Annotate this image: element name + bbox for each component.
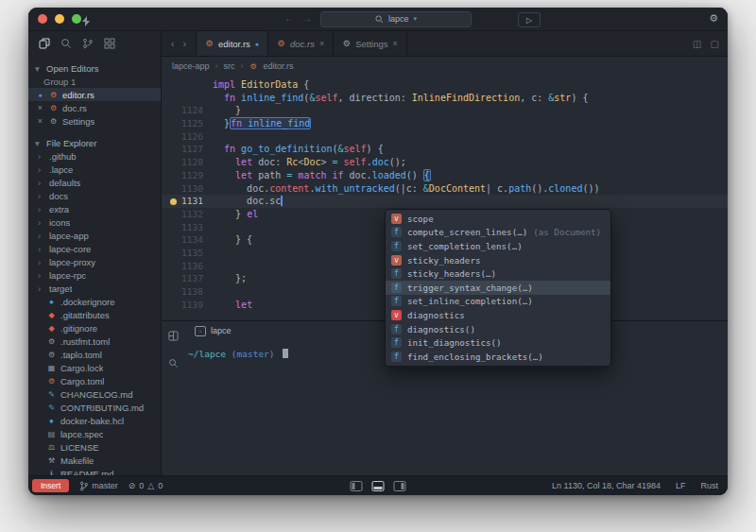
file-name: Makefile <box>60 455 94 466</box>
editor-menu-icon[interactable]: ▢ <box>711 39 719 49</box>
close-icon[interactable]: × <box>36 116 44 126</box>
file-item[interactable]: ●docker-bake.hcl <box>28 414 161 427</box>
file-explorer-header[interactable]: ▾ File Explorer <box>28 136 161 149</box>
completion-item[interactable]: fcompute_screen_lines(…)(as Document) <box>386 226 610 240</box>
code-token: match if <box>298 170 349 180</box>
file-item[interactable]: ◆.gitattributes <box>28 308 161 321</box>
cursor-position[interactable]: Ln 1130, Col 18, Char 41984 <box>552 481 661 490</box>
source-control-panel-icon[interactable] <box>82 38 94 49</box>
branch-indicator[interactable]: master <box>79 481 118 491</box>
folder-item[interactable]: ›lapce-rpc <box>28 268 161 282</box>
panel-search-icon[interactable] <box>168 355 179 372</box>
code-line[interactable]: 1124 } <box>162 104 728 117</box>
close-window-button[interactable] <box>38 14 47 24</box>
open-editor-item[interactable]: ×⚙Settings <box>28 114 161 128</box>
tab-editor.rs[interactable]: ⚙editor.rs● <box>196 31 268 56</box>
tab-Settings[interactable]: ⚙Settings× <box>334 31 407 56</box>
breadcrumb-item[interactable]: src <box>224 61 235 71</box>
problems-indicator[interactable]: ⊘ 0 △ 0 <box>129 481 163 490</box>
mode-badge[interactable]: Insert <box>32 479 69 492</box>
completion-item[interactable]: vsticky_headers <box>386 253 610 267</box>
file-item[interactable]: ▦Cargo.lock <box>28 361 161 374</box>
file-item[interactable]: ●.dockerignore <box>28 295 161 308</box>
plugins-panel-icon[interactable] <box>104 38 115 49</box>
settings-gear-icon[interactable]: ⚙ <box>709 12 718 25</box>
tab-doc.rs[interactable]: ⚙doc.rs× <box>268 31 334 56</box>
close-icon[interactable]: × <box>319 39 324 48</box>
folder-item[interactable]: ›lapce-app <box>28 229 161 242</box>
folder-item[interactable]: ›.github <box>28 149 161 163</box>
file-item[interactable]: ✎CHANGELOG.md <box>28 387 161 401</box>
completion-item[interactable]: fdiagnostics() <box>386 322 610 336</box>
folder-item[interactable]: ›docs <box>28 189 161 202</box>
code-line[interactable]: 1126 <box>162 130 728 144</box>
file-item[interactable]: ⚖LICENSE <box>28 440 161 454</box>
terminal-view-icon[interactable] <box>168 328 179 345</box>
zoom-window-button[interactable] <box>72 14 81 24</box>
file-item[interactable]: ⚙Cargo.toml <box>28 374 161 387</box>
minimize-window-button[interactable] <box>55 14 64 24</box>
close-icon[interactable]: × <box>393 39 398 48</box>
code-line[interactable]: 1128 let doc: Rc<Doc> = self.doc(); <box>162 156 728 169</box>
titlebar[interactable]: ← → lapce ▾ ▷ ⚙ <box>28 8 728 31</box>
completion-item[interactable]: vdiagnostics <box>386 308 610 322</box>
navigate-forward-icon[interactable]: → <box>302 14 312 24</box>
completion-item[interactable]: fsticky_headers(…) <box>386 266 610 281</box>
line-ending[interactable]: LF <box>676 481 686 490</box>
previous-tab-icon[interactable]: ‹ <box>171 38 175 49</box>
code-line[interactable]: 1131 doc.sc <box>162 195 728 208</box>
breadcrumb-item[interactable]: editor.rs <box>264 61 294 71</box>
run-button[interactable]: ▷ <box>518 12 541 27</box>
workspace-search-button[interactable]: lapce ▾ <box>320 11 472 27</box>
toggle-left-panel-icon[interactable] <box>351 481 363 491</box>
open-editors-header[interactable]: ▾ Open Editors <box>28 61 161 75</box>
next-tab-icon[interactable]: › <box>183 38 187 49</box>
folder-item[interactable]: ›defaults <box>28 176 161 189</box>
code-line[interactable]: 1127 fn go_to_definition(&self) { <box>162 143 728 156</box>
mode-label: Insert <box>41 481 60 490</box>
breadcrumb-item[interactable]: lapce-app <box>172 61 210 71</box>
folder-item[interactable]: ›lapce-proxy <box>28 255 161 268</box>
folder-item[interactable]: ›target <box>28 282 161 295</box>
completion-item[interactable]: fset_inline_completion(…) <box>386 295 610 309</box>
folder-item[interactable]: ›icons <box>28 215 161 229</box>
search-panel-icon[interactable] <box>60 38 72 49</box>
code-line[interactable]: 1129 let path = match if doc.loaded() { <box>162 169 728 182</box>
breadcrumb[interactable]: lapce-app›src›⚙editor.rs <box>162 57 728 76</box>
folder-name: .github <box>49 151 77 162</box>
file-item[interactable]: ℹREADME.md <box>28 467 161 475</box>
markdown-file-icon: ✎ <box>47 403 56 412</box>
group-label: Group 1 <box>43 77 76 87</box>
markdown-file-icon: ✎ <box>47 390 56 399</box>
file-item[interactable]: ▤lapce.spec <box>28 427 161 440</box>
code-line[interactable]: 1125 }fn inline_find <box>162 117 728 130</box>
completion-item[interactable]: ffind_enclosing_brackets(…) <box>386 350 610 364</box>
split-editor-icon[interactable]: ◫ <box>693 39 701 49</box>
terminal-tab[interactable]: › lapce <box>188 321 238 340</box>
file-item[interactable]: ✎CONTRIBUTING.md <box>28 401 161 414</box>
completion-item[interactable]: vscope <box>386 212 610 226</box>
navigate-back-icon[interactable]: ← <box>284 14 294 24</box>
file-explorer-panel-icon[interactable] <box>39 38 50 49</box>
toggle-bottom-panel-icon[interactable] <box>372 481 385 491</box>
close-icon[interactable]: × <box>36 103 44 112</box>
completion-item[interactable]: fset_completion_lens(…) <box>386 239 610 253</box>
completion-item[interactable]: ftrigger_syntax_change(…) <box>386 281 610 295</box>
file-item[interactable]: ⚒Makefile <box>28 454 161 467</box>
folder-item[interactable]: ›lapce-core <box>28 242 161 255</box>
modified-dot-icon: ● <box>36 92 44 98</box>
file-item[interactable]: ◆.gitignore <box>28 321 161 335</box>
code-action-lightbulb-icon[interactable] <box>170 198 177 205</box>
lockfile-file-icon: ▦ <box>47 364 56 372</box>
code-line[interactable]: 1130 doc.content.with_untracked(|c: &Doc… <box>162 182 728 196</box>
folder-item[interactable]: ›extra <box>28 202 161 215</box>
open-editor-item[interactable]: ×⚙doc.rs <box>28 101 161 114</box>
completion-item[interactable]: finit_diagnostics() <box>386 335 610 350</box>
folder-item[interactable]: ›.lapce <box>28 163 161 176</box>
main-area: ▾ Open Editors Group 1 ●⚙editor.rs×⚙doc.… <box>28 31 728 475</box>
file-item[interactable]: ⚙.rustfmt.toml <box>28 335 161 348</box>
toggle-right-panel-icon[interactable] <box>394 481 406 491</box>
language-mode[interactable]: Rust <box>700 481 718 490</box>
open-editor-item[interactable]: ●⚙editor.rs <box>28 88 161 101</box>
file-item[interactable]: ⚙.taplo.toml <box>28 348 161 361</box>
